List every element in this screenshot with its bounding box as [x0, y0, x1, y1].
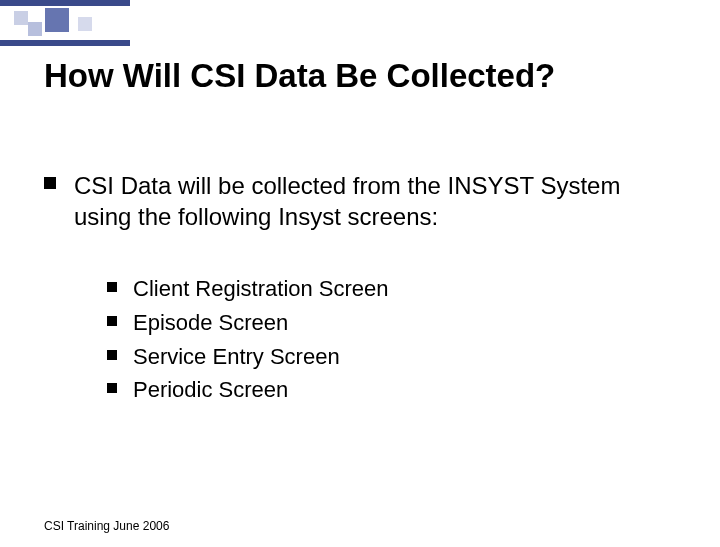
list-item: Episode Screen: [107, 308, 670, 338]
corner-decoration: [0, 0, 130, 46]
sub-list: Client Registration Screen Episode Scree…: [107, 274, 670, 405]
footer-text: CSI Training June 2006: [44, 519, 169, 533]
list-item: Periodic Screen: [107, 375, 670, 405]
list-item-label: Episode Screen: [133, 308, 288, 338]
list-item-label: Service Entry Screen: [133, 342, 340, 372]
square-bullet-icon: [107, 383, 117, 393]
intro-item: CSI Data will be collected from the INSY…: [44, 170, 670, 232]
list-item-label: Periodic Screen: [133, 375, 288, 405]
square-bullet-icon: [107, 282, 117, 292]
intro-text: CSI Data will be collected from the INSY…: [74, 170, 670, 232]
square-bullet-icon: [107, 316, 117, 326]
slide-content: CSI Data will be collected from the INSY…: [44, 170, 670, 409]
list-item-label: Client Registration Screen: [133, 274, 389, 304]
list-item: Service Entry Screen: [107, 342, 670, 372]
list-item: Client Registration Screen: [107, 274, 670, 304]
slide-title: How Will CSI Data Be Collected?: [44, 56, 690, 96]
square-bullet-icon: [107, 350, 117, 360]
square-bullet-icon: [44, 177, 56, 189]
